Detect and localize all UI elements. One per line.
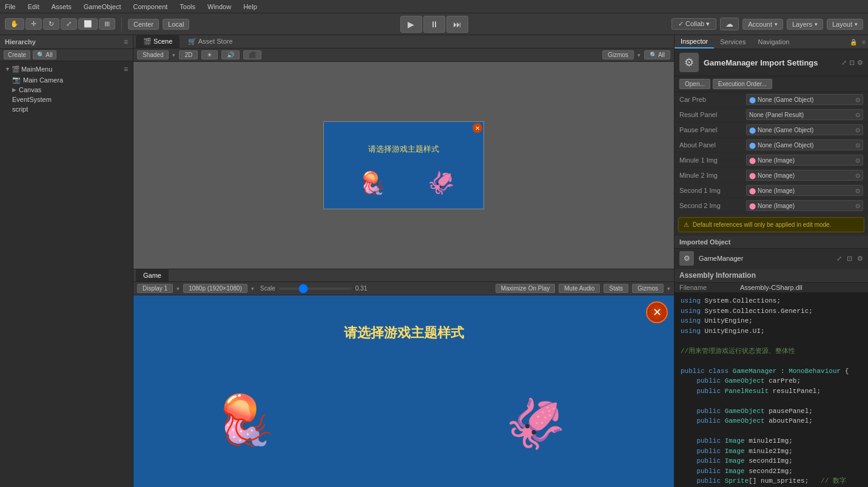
- pause-panel-value[interactable]: ⬤ None (Game Object) ⊙: [746, 124, 863, 135]
- car-preb-value[interactable]: ⬤ None (Game Object) ⊙: [746, 94, 863, 105]
- code-line-19: public Sprite[] num_sprites; // 数字sprite…: [681, 476, 862, 487]
- pause-panel-dot: ⬤: [749, 127, 756, 133]
- hierarchy-menu-icon[interactable]: ≡: [124, 65, 128, 73]
- layout-button[interactable]: Layout ▾: [827, 19, 863, 30]
- hierarchy-item-canvas[interactable]: ▶ Canvas: [0, 85, 133, 95]
- stats-btn[interactable]: Stats: [604, 284, 628, 293]
- second1-img-value[interactable]: ⬤ None (Image) ⊙: [746, 185, 863, 196]
- menu-edit[interactable]: Edit: [25, 3, 42, 10]
- scene-all-btn[interactable]: 🔍 All: [644, 50, 670, 59]
- maximize-on-play-btn[interactable]: Maximize On Play: [496, 284, 556, 293]
- menu-window[interactable]: Window: [205, 3, 234, 10]
- code-line-4: using UnityEngine.UI;: [681, 326, 862, 337]
- collab-button[interactable]: ✓ Collab ▾: [671, 18, 716, 30]
- menu-component[interactable]: Component: [130, 3, 170, 10]
- account-button[interactable]: Account ▾: [742, 19, 783, 30]
- tab-navigation[interactable]: Navigation: [752, 36, 795, 48]
- hierarchy-close-icon[interactable]: ≡: [124, 38, 128, 46]
- imported-item-expand[interactable]: ⤢: [836, 255, 842, 263]
- scale-slider[interactable]: [279, 287, 352, 290]
- hierarchy-item-main-camera[interactable]: 📷 Main Camera: [0, 75, 133, 85]
- scale-tool[interactable]: ⤢: [61, 18, 77, 30]
- tab-game[interactable]: Game: [136, 269, 169, 281]
- warning-icon: ⚠: [684, 221, 689, 228]
- layout-label: Layout: [832, 21, 852, 28]
- menu-tools[interactable]: Tools: [177, 3, 198, 10]
- tab-services[interactable]: Services: [714, 36, 752, 48]
- hierarchy-item-label: Canvas: [19, 86, 41, 93]
- collab-label: Collab ▾: [685, 20, 710, 28]
- hierarchy-scene-group[interactable]: ▼ 🎬 MainMenu ≡: [0, 64, 133, 75]
- popout-icon[interactable]: ⊡: [849, 59, 855, 67]
- game-close-btn[interactable]: ✕: [646, 301, 668, 323]
- minule2-img-value[interactable]: ⬤ None (Image) ⊙: [746, 170, 863, 181]
- game-jellyfish-right: 🦑: [505, 395, 566, 452]
- play-controls: ▶ ⏸ ⏭: [400, 16, 468, 33]
- pause-button[interactable]: ⏸: [423, 16, 445, 33]
- game-gizmos-dropdown-icon: ▾: [667, 286, 670, 292]
- hierarchy-item-script[interactable]: script: [0, 104, 133, 114]
- multi-tool[interactable]: ⊞: [99, 18, 115, 30]
- transform-tools: ✋ ✛ ↻ ⤢ ⬜ ⊞: [5, 18, 115, 30]
- minule1-img-value[interactable]: ⬤ None (Image) ⊙: [746, 155, 863, 166]
- tab-scene[interactable]: 🎬 Scene: [136, 35, 180, 48]
- rotate-tool[interactable]: ↻: [43, 18, 59, 30]
- hierarchy-panel: Hierarchy ≡ Create 🔍 All ▼ 🎬 MainMenu ≡ …: [0, 35, 133, 487]
- result-panel-value[interactable]: None (Panel Result) ⊙: [746, 109, 863, 120]
- scale-label: Scale: [260, 285, 275, 292]
- tab-asset-store[interactable]: 🛒 Asset Store: [181, 35, 240, 48]
- scene-jellyfish-left: 🪼: [359, 170, 386, 196]
- menu-file[interactable]: File: [2, 3, 18, 10]
- scene-thumbnail-close[interactable]: ✕: [473, 123, 482, 133]
- menu-help[interactable]: Help: [241, 3, 260, 10]
- space-btn[interactable]: Local: [163, 19, 189, 30]
- code-line-17: public Image second1Img;: [681, 456, 862, 466]
- imported-item-popout[interactable]: ⊡: [847, 255, 852, 263]
- hierarchy-create-btn[interactable]: Create: [4, 50, 30, 59]
- mute-audio-btn[interactable]: Mute Audio: [559, 284, 600, 293]
- audio-btn[interactable]: 🔊: [221, 50, 240, 59]
- inspector-lock-icon[interactable]: 🔒: [847, 39, 860, 45]
- mode-2d-btn[interactable]: 2D: [179, 50, 198, 59]
- layers-button[interactable]: Layers ▾: [787, 19, 823, 30]
- tab-inspector[interactable]: Inspector: [675, 35, 714, 49]
- fx-btn[interactable]: ⬛: [243, 50, 261, 59]
- rect-tool[interactable]: ⬜: [78, 18, 98, 30]
- pivot-btn[interactable]: Center: [128, 19, 159, 30]
- account-dropdown-arrow: ▾: [775, 21, 778, 27]
- car-preb-dot: ⬤: [749, 96, 756, 103]
- lighting-btn[interactable]: ☀: [201, 50, 218, 59]
- scene-name: MainMenu: [21, 65, 52, 73]
- about-panel-value[interactable]: ⬤ None (Game Object) ⊙: [746, 139, 863, 150]
- menu-gameobject[interactable]: GameObject: [81, 3, 124, 10]
- result-panel-label: Result Panel: [679, 111, 746, 118]
- open-btn[interactable]: Open...: [679, 79, 710, 89]
- assembly-filename-row: Filename Assembly-CSharp.dll: [675, 283, 868, 292]
- game-gizmos-btn[interactable]: Gizmos: [632, 284, 664, 293]
- hierarchy-item-eventsystem[interactable]: EventSystem: [0, 95, 133, 104]
- hierarchy-item-label: Main Camera: [23, 76, 63, 84]
- field-result-panel: Result Panel None (Panel Result) ⊙: [675, 107, 868, 123]
- move-tool[interactable]: ✛: [25, 18, 42, 30]
- execution-order-btn[interactable]: Execution Order...: [713, 79, 772, 89]
- cloud-button[interactable]: ☁: [720, 18, 739, 30]
- resolution-btn[interactable]: 1080p (1920×1080): [183, 284, 247, 293]
- inspector-menu-icon[interactable]: ≡: [860, 39, 868, 45]
- game-jellyfish-left: 🪼: [215, 392, 275, 449]
- result-panel-lock: ⊙: [855, 112, 860, 118]
- minule1-img-label: Minule 1 Img: [679, 156, 746, 164]
- second1-img-lock: ⊙: [855, 187, 860, 194]
- shading-mode-btn[interactable]: Shaded: [137, 50, 169, 59]
- gizmos-btn[interactable]: Gizmos: [602, 50, 634, 59]
- expand-icon[interactable]: ⤢: [841, 59, 847, 67]
- step-button[interactable]: ⏭: [446, 16, 468, 33]
- second2-img-value[interactable]: ⬤ None (Image) ⊙: [746, 200, 863, 211]
- hand-tool[interactable]: ✋: [5, 18, 24, 30]
- play-button[interactable]: ▶: [400, 16, 422, 33]
- display-btn[interactable]: Display 1: [137, 284, 173, 293]
- menu-assets[interactable]: Assets: [49, 3, 74, 10]
- hierarchy-all-btn[interactable]: 🔍 All: [33, 50, 56, 59]
- imported-item-settings[interactable]: ⚙: [857, 255, 863, 263]
- about-panel-lock: ⊙: [855, 142, 860, 149]
- settings-icon[interactable]: ⚙: [857, 59, 863, 67]
